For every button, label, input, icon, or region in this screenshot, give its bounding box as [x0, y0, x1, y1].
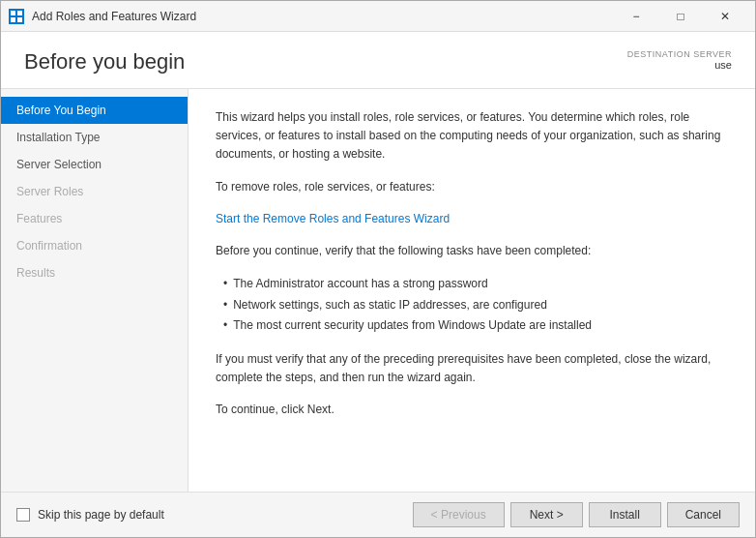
sidebar-item-4: Features: [1, 205, 188, 232]
page-title: Before you begin: [24, 49, 185, 75]
sidebar-item-3: Server Roles: [1, 178, 188, 205]
sidebar-item-0[interactable]: Before You Begin: [1, 97, 188, 124]
svg-rect-1: [17, 11, 22, 15]
verify-paragraph: If you must verify that any of the prece…: [216, 350, 728, 387]
bullet-item-2: The most current security updates from W…: [223, 315, 728, 337]
window-controls: − □ ✕: [614, 1, 747, 32]
bullet-item-0: The Administrator account has a strong p…: [223, 274, 728, 295]
header: Before you begin DESTINATION SERVER use: [1, 32, 755, 89]
svg-rect-3: [17, 17, 22, 22]
footer-buttons: < Previous Next > Install Cancel: [413, 502, 740, 527]
install-button[interactable]: Install: [589, 502, 661, 527]
sidebar-item-6: Results: [1, 259, 188, 286]
sidebar-item-2[interactable]: Server Selection: [1, 151, 188, 178]
skip-area: Skip this page by default: [16, 508, 413, 522]
maximize-button[interactable]: □: [658, 1, 703, 32]
sidebar-item-1[interactable]: Installation Type: [1, 124, 188, 151]
sidebar-item-5: Confirmation: [1, 232, 188, 259]
window: Add Roles and Features Wizard − □ ✕ Befo…: [0, 0, 756, 538]
minimize-button[interactable]: −: [614, 1, 658, 32]
bullet-list: The Administrator account has a strong p…: [223, 274, 728, 337]
svg-rect-2: [11, 17, 15, 22]
sidebar: Before You BeginInstallation TypeServer …: [1, 89, 189, 492]
intro-paragraph: This wizard helps you install roles, rol…: [216, 108, 728, 164]
next-button[interactable]: Next >: [510, 502, 583, 527]
window-title: Add Roles and Features Wizard: [32, 10, 614, 23]
content-area: Before You BeginInstallation TypeServer …: [1, 89, 755, 492]
previous-button[interactable]: < Previous: [413, 502, 505, 527]
destination-value: use: [627, 59, 732, 71]
close-button[interactable]: ✕: [703, 1, 747, 32]
svg-rect-0: [11, 11, 15, 15]
app-icon: [9, 9, 24, 24]
bullet-item-1: Network settings, such as static IP addr…: [223, 295, 728, 316]
main-content: This wizard helps you install roles, rol…: [189, 89, 755, 492]
skip-label: Skip this page by default: [38, 508, 164, 522]
continue-paragraph: To continue, click Next.: [216, 401, 728, 419]
titlebar: Add Roles and Features Wizard − □ ✕: [1, 1, 755, 32]
tasks-paragraph: Before you continue, verify that the fol…: [216, 242, 728, 260]
remove-link[interactable]: Start the Remove Roles and Features Wiza…: [216, 212, 450, 225]
footer: Skip this page by default < Previous Nex…: [1, 492, 755, 537]
skip-checkbox[interactable]: [16, 508, 30, 522]
destination-label: DESTINATION SERVER: [627, 49, 732, 59]
destination-server: DESTINATION SERVER use: [627, 49, 732, 71]
remove-prefix: To remove roles, role services, or featu…: [216, 178, 728, 196]
cancel-button[interactable]: Cancel: [667, 502, 740, 527]
